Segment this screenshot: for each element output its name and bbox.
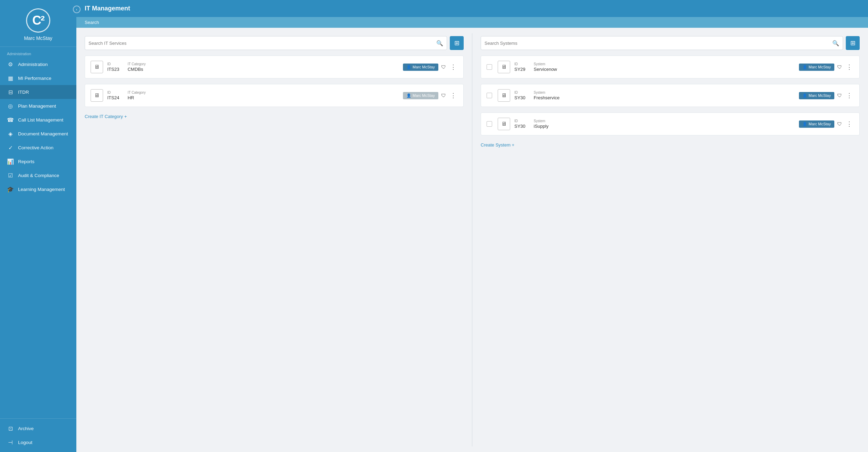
it-service-card-its23: 🖥 ID ITS23 IT Category CMDBs 👤 Marc McSt… (85, 56, 464, 78)
sidebar-item-logout[interactable]: ⊣ Logout (0, 435, 76, 449)
left-panel: 🔍 ⊞ 🖥 ID ITS23 IT Category CMDBs (76, 28, 472, 452)
diamond-icon: ◈ (7, 130, 14, 137)
sidebar-item-audit-compliance[interactable]: ☑ Audit & Compliance (0, 168, 76, 182)
sidebar-item-label: Administration (18, 62, 48, 67)
logout-icon: ⊣ (7, 439, 14, 446)
sidebar-section-label: Administration (0, 47, 76, 57)
sidebar-item-label: Call List Management (18, 117, 64, 123)
sidebar-item-label: ITDR (18, 90, 29, 95)
sidebar-item-learning-management[interactable]: 🎓 Learning Management (0, 182, 76, 196)
it-services-search-input[interactable] (89, 41, 433, 46)
sidebar-item-archive[interactable]: ⊡ Archive (0, 421, 76, 435)
graduation-icon: 🎓 (7, 186, 14, 193)
it-services-search-row: 🔍 ⊞ (85, 36, 464, 50)
user-badge-label: Marc McStay (809, 93, 831, 98)
card-actions: 👤 Marc McStay 🛡 ⋮ (799, 119, 854, 128)
create-system-link[interactable]: Create System + (481, 142, 860, 148)
grid-icon: ▦ (7, 75, 14, 82)
grid-view-icon: ⊞ (850, 39, 856, 47)
id-field: ID SY30 (514, 119, 525, 129)
user-icon: 👤 (802, 93, 807, 98)
system-checkbox[interactable] (487, 121, 492, 127)
user-badge-inactive[interactable]: 👤 Marc McStay (403, 92, 438, 99)
archive-icon: ⊡ (7, 425, 14, 432)
system-checkbox[interactable] (487, 93, 492, 98)
id-field: ID ITS23 (107, 62, 119, 72)
system-card-sy30-isupply: 🖥 ID SY30 System iSupply 👤 Marc McStay (481, 112, 860, 135)
create-it-category-link[interactable]: Create IT Category + (85, 114, 464, 119)
user-badge[interactable]: 👤 Marc McStay (799, 120, 834, 128)
shield-icon: 🛡 (837, 93, 842, 98)
search-bar-label: Search (76, 17, 868, 28)
sidebar-item-label: Learning Management (18, 187, 65, 192)
sidebar-item-call-list-management[interactable]: ☎ Call List Management (0, 113, 76, 127)
systems-search-row: 🔍 ⊞ (481, 36, 860, 50)
category-field: IT Category CMDBs (128, 62, 146, 72)
sidebar-item-label: Logout (18, 440, 32, 445)
card-actions: 👤 Marc McStay 🛡 ⋮ (799, 91, 854, 100)
sidebar-logo: C² Marc McStay (0, 0, 76, 47)
sidebar-item-document-management[interactable]: ◈ Document Management (0, 127, 76, 141)
card-actions: 👤 Marc McStay 🛡 ⋮ (799, 62, 854, 72)
bar-chart-icon: 📊 (7, 158, 14, 165)
more-options-button[interactable]: ⋮ (845, 91, 854, 100)
system-card-sy29: 🖥 ID SY29 System Servicenow 👤 Marc McSta… (481, 56, 860, 78)
sidebar-item-plan-management[interactable]: ◎ Plan Management (0, 99, 76, 113)
user-icon: 👤 (802, 122, 807, 126)
user-icon: 👤 (406, 65, 411, 69)
more-options-button[interactable]: ⋮ (845, 119, 854, 128)
systems-view-toggle-button[interactable]: ⊞ (846, 36, 860, 50)
shield-icon: 🛡 (837, 121, 842, 127)
more-options-button[interactable]: ⋮ (845, 62, 854, 72)
card-meta: ID ITS24 IT Category HR (107, 91, 399, 100)
user-badge-label: Marc McStay (809, 65, 831, 69)
user-badge-label: Marc McStay (413, 65, 435, 69)
user-badge-label: Marc McStay (809, 122, 831, 126)
check-circle-icon: ☑ (7, 172, 14, 179)
user-badge[interactable]: 👤 Marc McStay (799, 64, 834, 71)
gear-icon: ⚙ (7, 61, 14, 68)
sidebar-item-mi-performance[interactable]: ▦ MI Performance (0, 71, 76, 85)
monitor-icon: 🖥 (91, 61, 103, 73)
id-field: ID SY30 (514, 91, 525, 100)
system-checkbox[interactable] (487, 64, 492, 70)
user-display-name: Marc McStay (24, 35, 52, 41)
more-options-button[interactable]: ⋮ (449, 62, 458, 72)
system-field: System Freshservice (534, 91, 559, 100)
it-service-card-its24: 🖥 ID ITS24 IT Category HR 👤 Marc McStay (85, 84, 464, 107)
more-options-button[interactable]: ⋮ (449, 91, 458, 100)
sidebar-bottom: ⊡ Archive ⊣ Logout (0, 418, 76, 452)
top-bar: IT Management (76, 0, 868, 17)
page-title: IT Management (85, 5, 130, 12)
user-icon: 👤 (406, 93, 411, 98)
main-content: IT Management Search 🔍 ⊞ 🖥 ID (76, 0, 868, 452)
sidebar-item-label: MI Performance (18, 76, 51, 81)
sidebar-item-label: Corrective Action (18, 145, 53, 150)
shield-icon: 🛡 (837, 64, 842, 70)
systems-search-input[interactable] (484, 41, 829, 46)
system-field: System iSupply (534, 119, 549, 129)
user-badge[interactable]: 👤 Marc McStay (403, 64, 438, 71)
system-card-sy30-freshservice: 🖥 ID SY30 System Freshservice 👤 Marc McS… (481, 84, 860, 107)
sidebar-item-reports[interactable]: 📊 Reports (0, 154, 76, 168)
minus-square-icon: ⊟ (7, 89, 14, 95)
card-actions: 👤 Marc McStay 🛡 ⋮ (403, 62, 458, 72)
sidebar-item-corrective-action[interactable]: ✓ Corrective Action (0, 141, 76, 154)
user-icon: 👤 (802, 65, 807, 69)
sidebar: ‹ C² Marc McStay Administration ⚙ Admini… (0, 0, 76, 452)
monitor-icon: 🖥 (498, 61, 510, 73)
id-field: ID SY29 (514, 62, 525, 72)
sidebar-item-itdr[interactable]: ⊟ ITDR (0, 85, 76, 99)
collapse-sidebar-button[interactable]: ‹ (73, 6, 81, 13)
circle-icon: ◎ (7, 102, 14, 109)
monitor-icon: 🖥 (498, 118, 510, 130)
it-services-search-icon-button[interactable]: 🔍 (436, 40, 443, 47)
app-logo: C² (26, 8, 50, 33)
sidebar-item-administration[interactable]: ⚙ Administration (0, 57, 76, 71)
sidebar-item-label: Reports (18, 159, 34, 164)
system-field: System Servicenow (534, 62, 557, 72)
it-services-view-toggle-button[interactable]: ⊞ (450, 36, 464, 50)
systems-search-icon-button[interactable]: 🔍 (832, 40, 839, 47)
it-services-search-wrap: 🔍 (85, 36, 447, 50)
user-badge[interactable]: 👤 Marc McStay (799, 92, 834, 99)
